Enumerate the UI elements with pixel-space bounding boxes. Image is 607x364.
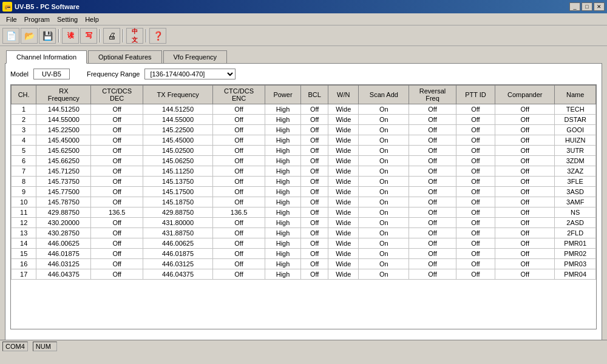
cell-r3-c12: HUIZN	[555, 135, 596, 146]
cell-r15-c4: Off	[213, 259, 265, 269]
cell-r14-c0: 15	[12, 249, 36, 259]
cell-r1-c4: Off	[213, 115, 265, 125]
status-com: COM4	[2, 342, 28, 351]
read-button[interactable]: 读	[62, 28, 79, 44]
toolbar-separator-2	[100, 29, 101, 42]
cell-r10-c8: On	[359, 207, 409, 218]
cell-r2-c0: 3	[12, 125, 36, 135]
table-row[interactable]: 8145.73750Off145.13750OffHighOffWideOnOf…	[12, 177, 596, 187]
cell-r9-c12: 3AMF	[555, 197, 596, 207]
cell-r12-c2: Off	[91, 228, 143, 238]
cell-r3-c0: 4	[12, 135, 36, 146]
cell-r0-c4: Off	[213, 104, 265, 115]
freq-range-select[interactable]: [136-174/400-470]	[144, 69, 236, 79]
cell-r3-c9: Off	[409, 135, 456, 146]
lang-button[interactable]: 中文	[126, 28, 143, 44]
cell-r7-c1: 145.73750	[36, 177, 91, 187]
table-row[interactable]: 15446.01875Off446.01875OffHighOffWideOnO…	[12, 249, 596, 259]
cell-r9-c4: Off	[213, 197, 265, 207]
table-row[interactable]: 7145.71250Off145.11250OffHighOffWideOnOf…	[12, 166, 596, 177]
cell-r4-c12: 3UTR	[555, 146, 596, 156]
col-bcl: BCL	[301, 86, 328, 104]
table-row[interactable]: 16446.03125Off446.03125OffHighOffWideOnO…	[12, 259, 596, 269]
col-ctcdcs-dec: CTC/DCSDEC	[91, 86, 143, 104]
cell-r2-c12: GOOI	[555, 125, 596, 135]
cell-r14-c5: High	[265, 249, 300, 259]
help-button[interactable]: ❓	[149, 28, 166, 44]
cell-r8-c7: Wide	[328, 187, 359, 197]
cell-r7-c7: Wide	[328, 177, 359, 187]
cell-r1-c5: High	[265, 115, 300, 125]
table-row[interactable]: 17446.04375Off446.04375OffHighOffWideOnO…	[12, 269, 596, 280]
table-row[interactable]: 6145.66250Off145.06250OffHighOffWideOnOf…	[12, 156, 596, 166]
channel-table: CH. RXFrequency CTC/DCSDEC TX Frequency …	[11, 85, 596, 280]
cell-r10-c9: Off	[409, 207, 456, 218]
tab-vfo-frequency[interactable]: Vfo Frequency	[163, 50, 228, 64]
cell-r16-c4: Off	[213, 269, 265, 280]
cell-r11-c11: Off	[495, 218, 555, 228]
cell-r16-c11: Off	[495, 269, 555, 280]
cell-r6-c6: Off	[301, 166, 328, 177]
print-button[interactable]: 🖨	[103, 28, 120, 44]
write-button[interactable]: 写	[80, 28, 97, 44]
cell-r7-c2: Off	[91, 177, 143, 187]
table-row[interactable]: 2144.55000Off144.55000OffHighOffWideOnOf…	[12, 115, 596, 125]
cell-r11-c3: 431.80000	[143, 218, 212, 228]
table-row[interactable]: 11429.88750136.5429.88750136.5HighOffWid…	[12, 207, 596, 218]
cell-r16-c9: Off	[409, 269, 456, 280]
cell-r11-c10: Off	[456, 218, 495, 228]
menu-file[interactable]: File	[2, 15, 21, 24]
col-wn: W/N	[328, 86, 359, 104]
cell-r2-c10: Off	[456, 125, 495, 135]
table-row[interactable]: 13430.28750Off431.88750OffHighOffWideOnO…	[12, 228, 596, 238]
table-row[interactable]: 1144.51250Off144.51250OffHighOffWideOnOf…	[12, 104, 596, 115]
cell-r14-c11: Off	[495, 249, 555, 259]
table-row[interactable]: 12430.20000Off431.80000OffHighOffWideOnO…	[12, 218, 596, 228]
col-name: Name	[555, 86, 596, 104]
cell-r16-c10: Off	[456, 269, 495, 280]
cell-r4-c3: 145.02500	[143, 146, 212, 156]
menu-setting[interactable]: Setting	[53, 15, 81, 24]
close-button[interactable]: ✕	[594, 2, 605, 11]
cell-r15-c7: Wide	[328, 259, 359, 269]
table-row[interactable]: 9145.77500Off145.17500OffHighOffWideOnOf…	[12, 187, 596, 197]
cell-r5-c10: Off	[456, 156, 495, 166]
cell-r10-c6: Off	[301, 207, 328, 218]
cell-r4-c7: Wide	[328, 146, 359, 156]
table-row[interactable]: 4145.45000Off145.45000OffHighOffWideOnOf…	[12, 135, 596, 146]
channel-table-wrapper[interactable]: CH. RXFrequency CTC/DCSDEC TX Frequency …	[10, 84, 597, 329]
open-button[interactable]: 📂	[21, 28, 38, 44]
cell-r1-c9: Off	[409, 115, 456, 125]
tab-container: Channel Information Optional Features Vf…	[0, 46, 607, 63]
menu-program[interactable]: Program	[21, 15, 53, 24]
maximize-button[interactable]: □	[582, 2, 592, 11]
cell-r14-c8: On	[359, 249, 409, 259]
cell-r11-c8: On	[359, 218, 409, 228]
cell-r1-c8: On	[359, 115, 409, 125]
new-button[interactable]: 📄	[2, 28, 19, 44]
cell-r3-c6: Off	[301, 135, 328, 146]
cell-r14-c9: Off	[409, 249, 456, 259]
cell-r13-c2: Off	[91, 238, 143, 249]
cell-r10-c0: 11	[12, 207, 36, 218]
table-row[interactable]: 3145.22500Off145.22500OffHighOffWideOnOf…	[12, 125, 596, 135]
cell-r4-c1: 145.62500	[36, 146, 91, 156]
cell-r15-c0: 16	[12, 259, 36, 269]
cell-r0-c5: High	[265, 104, 300, 115]
table-row[interactable]: 14446.00625Off446.00625OffHighOffWideOnO…	[12, 238, 596, 249]
col-rx-freq: RXFrequency	[36, 86, 91, 104]
cell-r8-c9: Off	[409, 187, 456, 197]
cell-r3-c10: Off	[456, 135, 495, 146]
save-button[interactable]: 💾	[39, 28, 56, 44]
cell-r13-c12: PMR01	[555, 238, 596, 249]
toolbar-separator-4	[146, 29, 147, 42]
cell-r13-c10: Off	[456, 238, 495, 249]
table-row[interactable]: 10145.78750Off145.18750OffHighOffWideOnO…	[12, 197, 596, 207]
menu-help[interactable]: Help	[81, 15, 103, 24]
cell-r6-c2: Off	[91, 166, 143, 177]
minimize-button[interactable]: _	[569, 2, 580, 11]
tab-channel-information[interactable]: Channel Information	[6, 50, 87, 64]
tab-optional-features[interactable]: Optional Features	[88, 50, 161, 64]
cell-r6-c3: 145.11250	[143, 166, 212, 177]
table-row[interactable]: 5145.62500Off145.02500OffHighOffWideOnOf…	[12, 146, 596, 156]
